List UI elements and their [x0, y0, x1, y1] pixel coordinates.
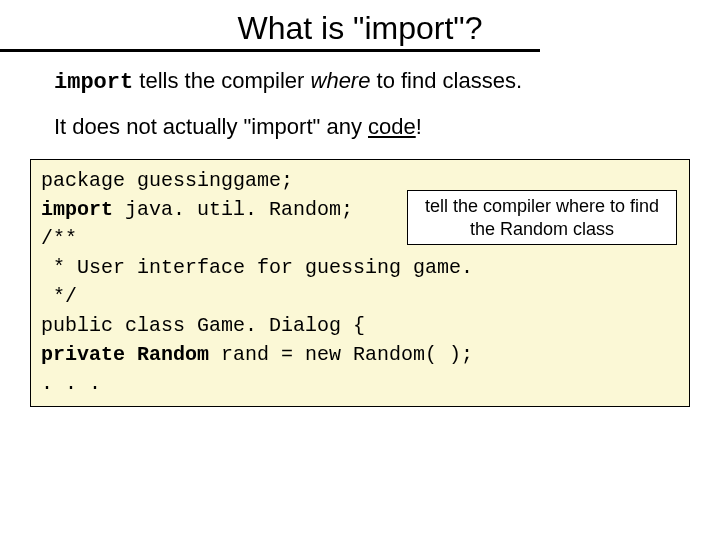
p1-text-where: where	[311, 68, 371, 93]
slide: What is "import"? import tells the compi…	[0, 0, 720, 540]
paragraph-2: It does not actually "import" any code!	[54, 112, 700, 142]
title-underline	[0, 49, 540, 52]
p2-text-a: It does not actually "import" any	[54, 114, 368, 139]
callout-box: tell the compiler where to find the Rand…	[407, 190, 677, 245]
code-block: package guessinggame; import java. util.…	[30, 159, 690, 407]
code-inline-import: import	[54, 70, 133, 95]
code-import-kw: import	[41, 198, 113, 221]
code-line-6: public class Game. Dialog {	[41, 311, 679, 340]
code-line-4: * User interface for guessing game.	[41, 253, 679, 282]
paragraph-1: import tells the compiler where to find …	[54, 66, 700, 98]
code-line-8: . . .	[41, 369, 679, 398]
slide-title: What is "import"?	[20, 10, 700, 53]
p1-text-d: to find classes.	[370, 68, 522, 93]
code-line-7: private Random rand = new Random( );	[41, 340, 679, 369]
p1-text-b: tells the compiler	[133, 68, 310, 93]
code-line-5: */	[41, 282, 679, 311]
code-private-random: private Random	[41, 343, 209, 366]
code-import-path: java. util. Random;	[113, 198, 353, 221]
p2-text-code: code	[368, 114, 416, 139]
title-area: What is "import"?	[20, 10, 700, 52]
code-rand-rest: rand = new Random( );	[209, 343, 473, 366]
p2-text-c: !	[416, 114, 422, 139]
